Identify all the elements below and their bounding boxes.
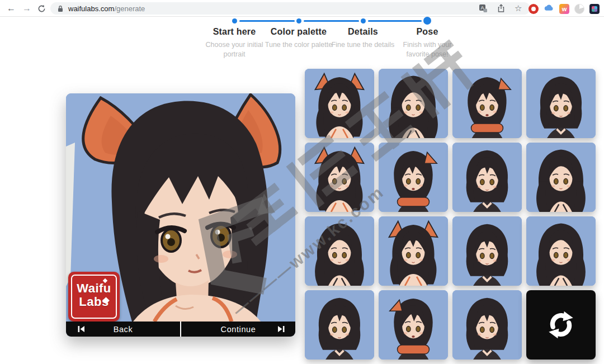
thumbnail-portrait[interactable] <box>526 143 596 212</box>
url-text: waifulabs.com/generate <box>68 4 145 13</box>
thumbnail-portrait[interactable] <box>305 290 374 360</box>
refresh-icon <box>37 4 46 13</box>
extension-red-icon[interactable] <box>528 4 539 14</box>
preview-button-bar: Back Continue <box>66 322 295 337</box>
back-button[interactable]: Back <box>66 322 180 337</box>
step-connector <box>368 20 422 22</box>
url-path: /generate <box>114 4 145 13</box>
waifulabs-logo-frame: Waifu Labs <box>71 275 117 319</box>
thumbnail-portrait[interactable] <box>305 216 374 286</box>
address-bar[interactable]: waifulabs.com/generate A ☆ <box>50 2 530 15</box>
thumbnail-grid <box>305 69 596 360</box>
url-domain: waifulabs.com <box>68 4 114 13</box>
step-dot-3 <box>361 18 366 23</box>
thumbnail-portrait[interactable] <box>305 143 374 212</box>
thumbnail-portrait[interactable] <box>526 216 596 286</box>
refresh-arrows-icon <box>544 308 578 342</box>
step-connector <box>239 20 295 22</box>
step-dot-4-active <box>423 17 431 25</box>
thumbnail-portrait[interactable] <box>526 69 596 138</box>
thumbnail-portrait[interactable] <box>452 69 522 138</box>
browser-refresh-button[interactable] <box>35 2 48 15</box>
extension-icons: w <box>528 3 600 15</box>
logo-text-line1: Waifu <box>72 282 116 295</box>
refresh-button[interactable] <box>526 290 596 360</box>
step-pose: Pose Finish with your favorite pose! <box>385 27 469 59</box>
extension-grid-icon[interactable] <box>589 4 600 14</box>
back-label: Back <box>114 325 133 334</box>
page-content: Start here Choose your initial portrait … <box>0 17 604 364</box>
step-connector <box>304 20 359 22</box>
thumbnail-portrait[interactable] <box>379 290 448 360</box>
thumbnail-portrait[interactable] <box>305 69 374 138</box>
continue-label: Continue <box>221 325 256 334</box>
bookmark-star-icon[interactable]: ☆ <box>515 4 523 13</box>
waifulabs-logo: Waifu Labs <box>68 272 120 322</box>
thumbnail-portrait[interactable] <box>379 216 448 286</box>
logo-text-line2: Labs <box>72 295 116 309</box>
thumbnail-portrait[interactable] <box>452 216 522 286</box>
skip-back-icon <box>77 325 86 333</box>
share-icon[interactable] <box>497 4 506 13</box>
thumbnail-portrait[interactable] <box>379 69 448 138</box>
browser-toolbar: ← → waifulabs.com/generate A ☆ w <box>0 0 604 17</box>
step-dot-1 <box>232 18 237 23</box>
selected-portrait-card: Waifu Labs Back Continue <box>66 93 295 337</box>
extension-circle-icon[interactable] <box>574 4 584 14</box>
step-subtitle: Finish with your favorite pose! <box>385 40 469 59</box>
step-title: Pose <box>385 27 469 37</box>
step-dot-2 <box>296 18 301 23</box>
lock-icon <box>57 5 64 12</box>
thumbnail-portrait[interactable] <box>452 290 522 360</box>
browser-forward-button[interactable]: → <box>20 2 34 15</box>
browser-back-button[interactable]: ← <box>4 2 18 15</box>
continue-button[interactable]: Continue <box>181 322 295 337</box>
thumbnail-portrait[interactable] <box>452 143 522 212</box>
skip-forward-icon <box>277 325 285 333</box>
extension-cloud-icon[interactable] <box>544 3 554 15</box>
translate-icon[interactable]: A <box>479 4 488 13</box>
thumbnail-portrait[interactable] <box>379 143 448 212</box>
extension-wave-icon[interactable]: w <box>559 4 569 14</box>
